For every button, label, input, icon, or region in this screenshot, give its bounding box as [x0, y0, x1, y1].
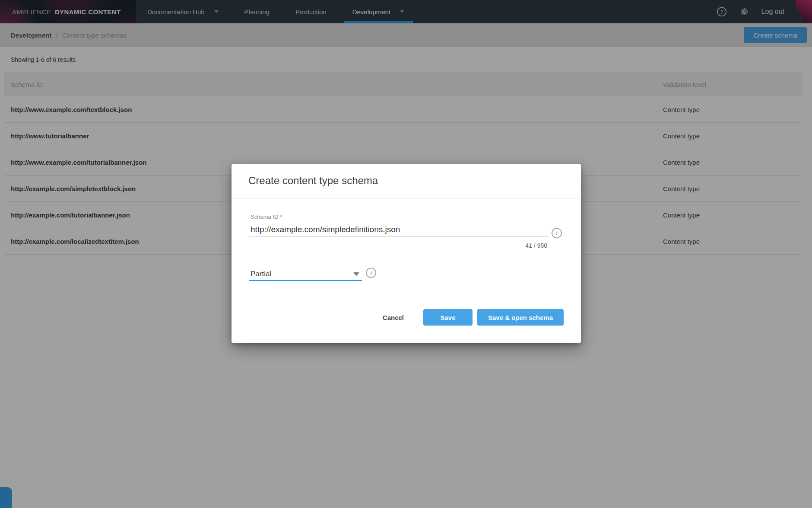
dialog-actions: Cancel Save Save & open schema [380, 309, 564, 326]
validation-level-value: Partial [249, 270, 271, 278]
dialog-divider [232, 198, 581, 198]
schema-id-label: Schema ID * [251, 214, 282, 220]
validation-level-select[interactable]: Partial [249, 268, 362, 281]
character-counter: 41 / 950 [249, 242, 547, 249]
save-button[interactable]: Save [423, 309, 473, 326]
save-open-schema-button[interactable]: Save & open schema [477, 309, 564, 326]
cancel-button[interactable]: Cancel [380, 313, 406, 322]
schema-id-input[interactable] [249, 222, 549, 237]
schema-id-info-icon[interactable]: i [552, 228, 562, 238]
validation-level-info-icon[interactable]: i [366, 268, 376, 278]
chevron-down-icon [353, 272, 359, 276]
create-schema-dialog: Create content type schema Schema ID * 4… [232, 164, 581, 343]
dialog-title: Create content type schema [248, 175, 378, 187]
